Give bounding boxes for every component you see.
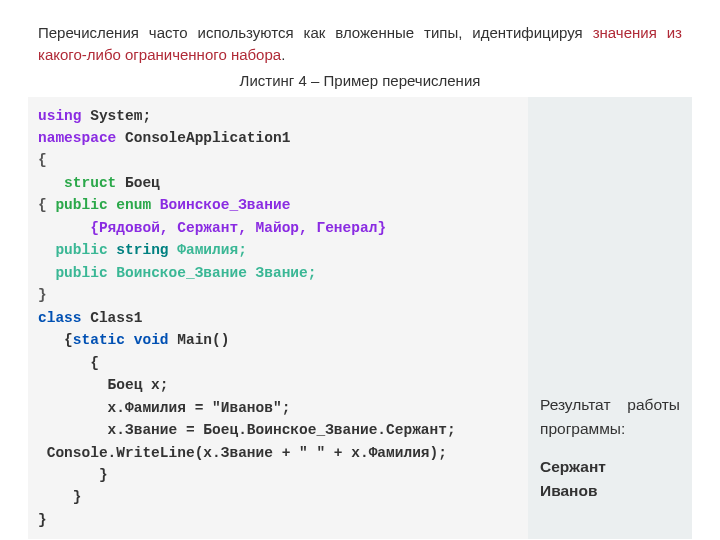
output-line-2: Иванов	[540, 479, 680, 503]
output-label: Результат работы программы:	[540, 393, 680, 441]
kw-using: using	[38, 108, 82, 124]
listing-caption: Листинг 4 – Пример перечисления	[28, 72, 692, 89]
intro-paragraph: Перечисления часто используются как влож…	[38, 22, 682, 66]
output-result: Сержант Иванов	[540, 455, 680, 503]
output-column: Результат работы программы: Сержант Иван…	[528, 97, 692, 540]
code-column: using System; namespace ConsoleApplicati…	[28, 97, 528, 540]
kw-struct: struct	[38, 175, 125, 191]
kw-void: void	[134, 332, 169, 348]
ty-string: string	[116, 242, 177, 258]
intro-post: .	[281, 46, 285, 63]
kw-static: static	[73, 332, 125, 348]
code-listing: using System; namespace ConsoleApplicati…	[28, 97, 692, 540]
intro-pre: Перечисления часто используются как влож…	[38, 24, 593, 41]
kw-public: public	[55, 197, 116, 213]
output-line-1: Сержант	[540, 455, 680, 479]
kw-enum: enum	[116, 197, 160, 213]
kw-namespace: namespace	[38, 130, 116, 146]
kw-class: class	[38, 310, 82, 326]
